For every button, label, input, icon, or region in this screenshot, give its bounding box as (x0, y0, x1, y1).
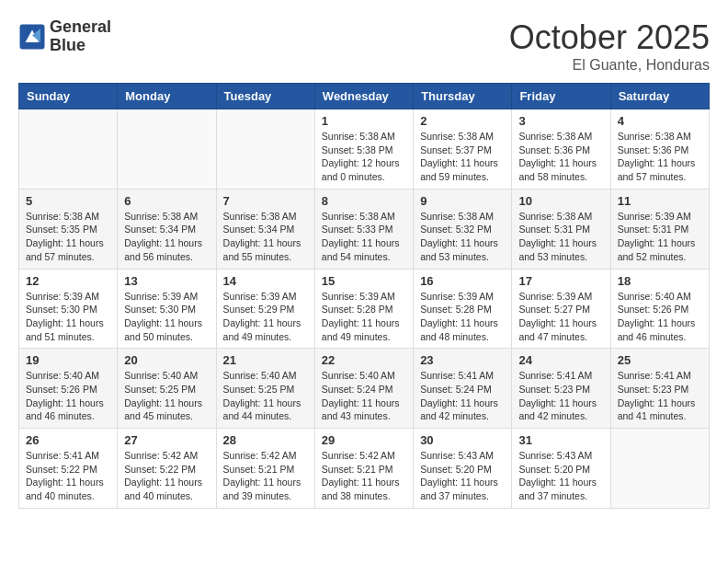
calendar-table: SundayMondayTuesdayWednesdayThursdayFrid… (18, 83, 710, 509)
day-info: Sunrise: 5:42 AM Sunset: 5:21 PM Dayligh… (223, 449, 308, 503)
day-number: 7 (223, 194, 308, 208)
calendar-cell: 25Sunrise: 5:41 AM Sunset: 5:23 PM Dayli… (610, 349, 709, 429)
day-info: Sunrise: 5:40 AM Sunset: 5:26 PM Dayligh… (26, 369, 110, 423)
day-number: 6 (124, 194, 209, 208)
day-info: Sunrise: 5:40 AM Sunset: 5:26 PM Dayligh… (618, 290, 702, 344)
calendar-cell: 29Sunrise: 5:42 AM Sunset: 5:21 PM Dayli… (314, 429, 413, 509)
logo-line2: Blue (50, 37, 111, 55)
day-number: 5 (26, 194, 110, 208)
day-info: Sunrise: 5:39 AM Sunset: 5:31 PM Dayligh… (618, 210, 702, 264)
calendar-cell: 2Sunrise: 5:38 AM Sunset: 5:37 PM Daylig… (414, 109, 512, 190)
day-number: 19 (26, 353, 110, 367)
day-number: 4 (618, 114, 702, 128)
calendar-cell: 18Sunrise: 5:40 AM Sunset: 5:26 PM Dayli… (610, 269, 709, 349)
day-number: 3 (518, 114, 603, 128)
day-info: Sunrise: 5:39 AM Sunset: 5:30 PM Dayligh… (124, 290, 209, 344)
calendar-week-row: 26Sunrise: 5:41 AM Sunset: 5:22 PM Dayli… (19, 429, 710, 509)
weekday-header: Monday (118, 84, 216, 109)
day-number: 28 (223, 433, 308, 447)
day-info: Sunrise: 5:39 AM Sunset: 5:30 PM Dayligh… (26, 290, 110, 344)
calendar-cell: 20Sunrise: 5:40 AM Sunset: 5:25 PM Dayli… (118, 349, 216, 429)
day-number: 14 (223, 274, 308, 288)
location-subtitle: El Guante, Honduras (509, 57, 710, 74)
calendar-cell: 28Sunrise: 5:42 AM Sunset: 5:21 PM Dayli… (216, 429, 314, 509)
day-info: Sunrise: 5:42 AM Sunset: 5:22 PM Dayligh… (124, 449, 209, 503)
calendar-cell: 27Sunrise: 5:42 AM Sunset: 5:22 PM Dayli… (118, 429, 216, 509)
day-info: Sunrise: 5:38 AM Sunset: 5:36 PM Dayligh… (618, 130, 702, 184)
day-info: Sunrise: 5:42 AM Sunset: 5:21 PM Dayligh… (322, 449, 406, 503)
day-number: 27 (124, 433, 209, 447)
calendar-cell: 9Sunrise: 5:38 AM Sunset: 5:32 PM Daylig… (414, 189, 512, 269)
weekday-header: Wednesday (314, 84, 413, 109)
calendar-cell: 1Sunrise: 5:38 AM Sunset: 5:38 PM Daylig… (314, 109, 413, 190)
weekday-header-row: SundayMondayTuesdayWednesdayThursdayFrid… (19, 84, 710, 109)
logo-icon (18, 23, 46, 51)
calendar-cell: 31Sunrise: 5:43 AM Sunset: 5:20 PM Dayli… (512, 429, 610, 509)
title-area: October 2025 El Guante, Honduras (509, 18, 710, 74)
calendar-cell (610, 429, 709, 509)
day-number: 15 (322, 274, 406, 288)
calendar-cell: 4Sunrise: 5:38 AM Sunset: 5:36 PM Daylig… (610, 109, 709, 190)
day-number: 1 (322, 114, 406, 128)
calendar-cell: 17Sunrise: 5:39 AM Sunset: 5:27 PM Dayli… (512, 269, 610, 349)
month-title: October 2025 (509, 18, 710, 57)
logo: General Blue (18, 18, 111, 55)
calendar-cell: 3Sunrise: 5:38 AM Sunset: 5:36 PM Daylig… (512, 109, 610, 190)
page-header: General Blue October 2025 El Guante, Hon… (18, 18, 710, 74)
calendar-cell: 8Sunrise: 5:38 AM Sunset: 5:33 PM Daylig… (314, 189, 413, 269)
calendar-cell: 22Sunrise: 5:40 AM Sunset: 5:24 PM Dayli… (314, 349, 413, 429)
calendar-cell (19, 109, 118, 190)
day-info: Sunrise: 5:38 AM Sunset: 5:34 PM Dayligh… (223, 210, 308, 264)
calendar-cell: 19Sunrise: 5:40 AM Sunset: 5:26 PM Dayli… (19, 349, 118, 429)
calendar-cell: 30Sunrise: 5:43 AM Sunset: 5:20 PM Dayli… (414, 429, 512, 509)
logo-line1: General (50, 18, 111, 37)
calendar-cell: 14Sunrise: 5:39 AM Sunset: 5:29 PM Dayli… (216, 269, 314, 349)
day-info: Sunrise: 5:40 AM Sunset: 5:25 PM Dayligh… (223, 369, 308, 423)
day-info: Sunrise: 5:41 AM Sunset: 5:22 PM Dayligh… (26, 449, 110, 503)
day-info: Sunrise: 5:43 AM Sunset: 5:20 PM Dayligh… (518, 449, 603, 503)
day-info: Sunrise: 5:40 AM Sunset: 5:25 PM Dayligh… (124, 369, 209, 423)
day-number: 11 (618, 194, 702, 208)
day-info: Sunrise: 5:38 AM Sunset: 5:35 PM Dayligh… (26, 210, 110, 264)
day-info: Sunrise: 5:41 AM Sunset: 5:23 PM Dayligh… (618, 369, 702, 423)
day-number: 25 (618, 353, 702, 367)
calendar-cell: 5Sunrise: 5:38 AM Sunset: 5:35 PM Daylig… (19, 189, 118, 269)
day-number: 21 (223, 353, 308, 367)
weekday-header: Saturday (610, 84, 709, 109)
calendar-cell (216, 109, 314, 190)
calendar-cell: 11Sunrise: 5:39 AM Sunset: 5:31 PM Dayli… (610, 189, 709, 269)
calendar-cell: 26Sunrise: 5:41 AM Sunset: 5:22 PM Dayli… (19, 429, 118, 509)
day-number: 16 (420, 274, 505, 288)
weekday-header: Tuesday (216, 84, 314, 109)
day-number: 17 (518, 274, 603, 288)
calendar-cell: 16Sunrise: 5:39 AM Sunset: 5:28 PM Dayli… (414, 269, 512, 349)
day-info: Sunrise: 5:38 AM Sunset: 5:31 PM Dayligh… (518, 210, 603, 264)
calendar-cell: 23Sunrise: 5:41 AM Sunset: 5:24 PM Dayli… (414, 349, 512, 429)
day-number: 23 (420, 353, 505, 367)
calendar-cell: 15Sunrise: 5:39 AM Sunset: 5:28 PM Dayli… (314, 269, 413, 349)
weekday-header: Sunday (19, 84, 118, 109)
day-info: Sunrise: 5:40 AM Sunset: 5:24 PM Dayligh… (322, 369, 406, 423)
day-info: Sunrise: 5:39 AM Sunset: 5:29 PM Dayligh… (223, 290, 308, 344)
day-info: Sunrise: 5:38 AM Sunset: 5:38 PM Dayligh… (322, 130, 406, 184)
day-number: 30 (420, 433, 505, 447)
weekday-header: Friday (512, 84, 610, 109)
calendar-week-row: 1Sunrise: 5:38 AM Sunset: 5:38 PM Daylig… (19, 109, 710, 190)
day-number: 24 (518, 353, 603, 367)
day-number: 26 (26, 433, 110, 447)
day-number: 8 (322, 194, 406, 208)
calendar-cell: 21Sunrise: 5:40 AM Sunset: 5:25 PM Dayli… (216, 349, 314, 429)
day-number: 13 (124, 274, 209, 288)
day-info: Sunrise: 5:43 AM Sunset: 5:20 PM Dayligh… (420, 449, 505, 503)
logo-text: General Blue (50, 18, 111, 55)
calendar-cell: 13Sunrise: 5:39 AM Sunset: 5:30 PM Dayli… (118, 269, 216, 349)
day-number: 12 (26, 274, 110, 288)
day-number: 18 (618, 274, 702, 288)
calendar-cell: 10Sunrise: 5:38 AM Sunset: 5:31 PM Dayli… (512, 189, 610, 269)
day-info: Sunrise: 5:38 AM Sunset: 5:36 PM Dayligh… (518, 130, 603, 184)
day-info: Sunrise: 5:39 AM Sunset: 5:28 PM Dayligh… (322, 290, 406, 344)
day-number: 2 (420, 114, 505, 128)
day-number: 20 (124, 353, 209, 367)
day-info: Sunrise: 5:38 AM Sunset: 5:32 PM Dayligh… (420, 210, 505, 264)
calendar-cell: 24Sunrise: 5:41 AM Sunset: 5:23 PM Dayli… (512, 349, 610, 429)
